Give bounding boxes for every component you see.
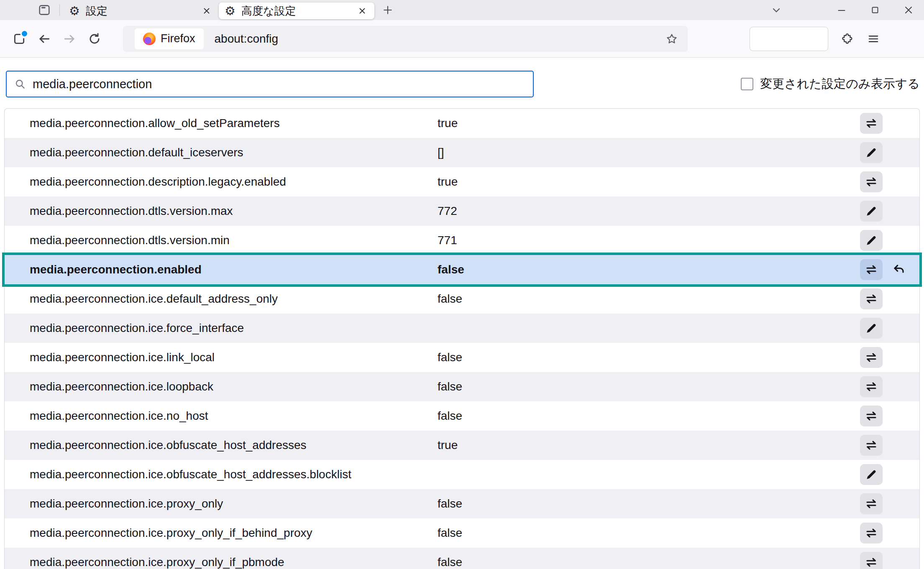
tab-strip: ⚙ 設定 ⚙ 高度な設定 bbox=[0, 0, 924, 20]
toolbar-empty-field[interactable] bbox=[750, 27, 828, 51]
pencil-icon bbox=[865, 234, 878, 247]
toggle-icon bbox=[865, 556, 878, 569]
pref-actions bbox=[860, 259, 919, 280]
pref-actions bbox=[860, 435, 919, 456]
pref-action-button[interactable] bbox=[860, 113, 883, 134]
pref-value: false bbox=[438, 351, 860, 364]
pref-action-button[interactable] bbox=[860, 347, 883, 368]
pref-row[interactable]: media.peerconnection.dtls.version.max 77… bbox=[5, 196, 919, 226]
pref-action-button[interactable] bbox=[860, 230, 883, 251]
pref-row[interactable]: media.peerconnection.ice.proxy_only fals… bbox=[5, 489, 919, 518]
pref-row[interactable]: media.peerconnection.ice.proxy_only_if_b… bbox=[5, 518, 919, 548]
pref-value: 771 bbox=[438, 234, 860, 247]
config-search-input[interactable] bbox=[33, 77, 525, 91]
toggle-icon bbox=[865, 263, 878, 276]
back-button[interactable] bbox=[34, 29, 54, 49]
pref-action-button[interactable] bbox=[860, 464, 883, 485]
pref-actions bbox=[860, 376, 919, 397]
pref-row[interactable]: media.peerconnection.description.legacy.… bbox=[5, 167, 919, 196]
tab-settings[interactable]: ⚙ 設定 bbox=[63, 3, 219, 19]
pref-name: media.peerconnection.ice.obfuscate_host_… bbox=[30, 439, 438, 452]
tab-close-icon[interactable] bbox=[200, 4, 214, 18]
pref-row[interactable]: media.peerconnection.ice.obfuscate_host_… bbox=[5, 460, 919, 489]
pref-row[interactable]: media.peerconnection.allow_old_setParame… bbox=[5, 109, 919, 138]
pref-actions bbox=[860, 288, 919, 309]
pref-name: media.peerconnection.ice.link_local bbox=[30, 351, 438, 364]
pref-action-button[interactable] bbox=[860, 435, 883, 456]
new-tab-button[interactable] bbox=[379, 2, 397, 18]
show-only-modified-label: 変更された設定のみ表示する bbox=[760, 76, 920, 92]
window-maximize-button[interactable] bbox=[865, 2, 885, 18]
plus-icon bbox=[382, 5, 393, 15]
forward-arrow-icon bbox=[63, 32, 76, 46]
preferences-table: media.peerconnection.allow_old_setParame… bbox=[4, 108, 920, 569]
pref-name: media.peerconnection.default_iceservers bbox=[30, 146, 438, 159]
pref-value: false bbox=[438, 380, 860, 393]
toggle-icon bbox=[865, 409, 878, 423]
toggle-icon bbox=[865, 351, 878, 364]
pref-action-button[interactable] bbox=[860, 376, 883, 397]
pref-row[interactable]: media.peerconnection.default_iceservers … bbox=[5, 138, 919, 167]
pref-row[interactable]: media.peerconnection.dtls.version.min 77… bbox=[5, 226, 919, 255]
pref-action-button[interactable] bbox=[860, 201, 883, 222]
pref-action-button[interactable] bbox=[860, 406, 883, 426]
pref-action-button[interactable] bbox=[860, 552, 883, 569]
pref-action-button[interactable] bbox=[860, 259, 883, 280]
tab-close-icon[interactable] bbox=[355, 4, 369, 18]
pref-name: media.peerconnection.ice.no_host bbox=[30, 409, 438, 423]
pref-row[interactable]: media.peerconnection.ice.no_host false bbox=[5, 401, 919, 431]
pref-name: media.peerconnection.allow_old_setParame… bbox=[30, 117, 438, 130]
pref-value: true bbox=[438, 175, 860, 189]
identity-chip[interactable]: Firefox bbox=[135, 28, 204, 49]
pref-row[interactable]: media.peerconnection.ice.default_address… bbox=[5, 284, 919, 314]
pref-undo-button[interactable] bbox=[888, 259, 909, 280]
pref-actions bbox=[860, 318, 919, 339]
pref-row[interactable]: media.peerconnection.ice.link_local fals… bbox=[5, 343, 919, 372]
maximize-icon bbox=[870, 5, 880, 15]
window-minimize-button[interactable] bbox=[832, 2, 851, 18]
notification-dot bbox=[22, 31, 27, 36]
pref-row[interactable]: media.peerconnection.ice.force_interface bbox=[5, 314, 919, 343]
pref-value: false bbox=[438, 263, 860, 276]
pref-name: media.peerconnection.dtls.version.max bbox=[30, 204, 438, 218]
extensions-button[interactable] bbox=[837, 29, 857, 49]
pref-action-button[interactable] bbox=[860, 142, 883, 163]
pref-row[interactable]: media.peerconnection.ice.obfuscate_host_… bbox=[5, 431, 919, 460]
pref-value: false bbox=[438, 556, 860, 569]
url-text[interactable]: about:config bbox=[215, 32, 663, 46]
pref-action-button[interactable] bbox=[860, 318, 883, 339]
toggle-icon bbox=[865, 175, 878, 189]
pref-name: media.peerconnection.ice.proxy_only_if_b… bbox=[30, 526, 438, 540]
pref-value: 772 bbox=[438, 204, 860, 218]
show-only-modified-checkbox[interactable] bbox=[741, 78, 753, 90]
pref-action-button[interactable] bbox=[860, 523, 883, 543]
pref-name: media.peerconnection.ice.force_interface bbox=[30, 321, 438, 335]
pref-actions bbox=[860, 552, 919, 569]
pref-row[interactable]: media.peerconnection.ice.proxy_only_if_p… bbox=[5, 548, 919, 569]
forward-button[interactable] bbox=[59, 29, 79, 49]
bookmark-star-button[interactable] bbox=[663, 30, 681, 48]
pref-row-highlighted[interactable]: media.peerconnection.enabled false bbox=[5, 255, 919, 284]
pref-action-button[interactable] bbox=[860, 171, 883, 192]
reload-icon bbox=[88, 32, 101, 46]
pref-actions bbox=[860, 493, 919, 514]
app-menu-button[interactable] bbox=[863, 29, 883, 49]
config-search-box[interactable] bbox=[6, 71, 534, 97]
pencil-icon bbox=[865, 322, 878, 334]
firefox-view-toolbar-button[interactable] bbox=[9, 29, 29, 49]
pref-actions bbox=[860, 171, 919, 192]
star-icon bbox=[665, 33, 678, 45]
hamburger-menu-icon bbox=[867, 32, 880, 46]
firefox-view-button[interactable] bbox=[35, 2, 54, 18]
pref-row[interactable]: media.peerconnection.ice.loopback false bbox=[5, 372, 919, 401]
toggle-icon bbox=[865, 117, 878, 130]
back-arrow-icon bbox=[38, 32, 51, 46]
list-all-tabs-button[interactable] bbox=[767, 2, 786, 18]
chevron-down-icon bbox=[770, 4, 782, 16]
pref-action-button[interactable] bbox=[860, 288, 883, 309]
tab-advanced-settings[interactable]: ⚙ 高度な設定 bbox=[219, 3, 374, 19]
window-close-button[interactable] bbox=[899, 2, 918, 18]
reload-button[interactable] bbox=[84, 29, 105, 49]
pref-action-button[interactable] bbox=[860, 493, 883, 514]
url-bar[interactable]: Firefox about:config bbox=[123, 26, 688, 52]
